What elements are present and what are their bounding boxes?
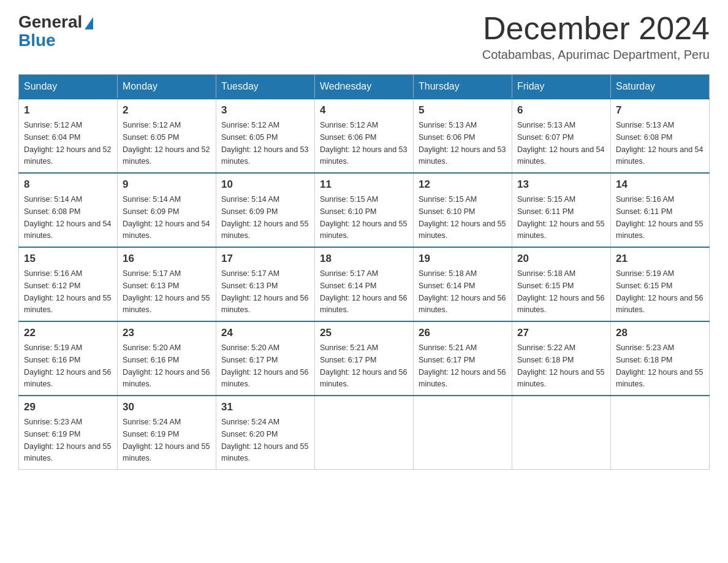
day-info: Sunrise: 5:21 AMSunset: 6:17 PMDaylight:… [320, 343, 407, 388]
day-number: 13 [517, 178, 605, 191]
calendar-cell: 16 Sunrise: 5:17 AMSunset: 6:13 PMDaylig… [118, 247, 216, 321]
day-info: Sunrise: 5:13 AMSunset: 6:08 PMDaylight:… [616, 121, 703, 166]
day-number: 28 [616, 327, 704, 339]
calendar-cell: 22 Sunrise: 5:19 AMSunset: 6:16 PMDaylig… [19, 321, 118, 396]
calendar-cell: 3 Sunrise: 5:12 AMSunset: 6:05 PMDayligh… [216, 99, 315, 173]
day-number: 26 [419, 327, 507, 339]
day-number: 3 [221, 104, 309, 117]
day-info: Sunrise: 5:22 AMSunset: 6:18 PMDaylight:… [517, 343, 604, 388]
calendar-cell: 6 Sunrise: 5:13 AMSunset: 6:07 PMDayligh… [512, 99, 611, 173]
calendar-cell: 9 Sunrise: 5:14 AMSunset: 6:09 PMDayligh… [118, 173, 216, 247]
logo-blue-text: Blue [18, 31, 56, 50]
day-number: 8 [24, 178, 112, 191]
month-title: December 2024 [482, 12, 710, 44]
calendar-cell: 10 Sunrise: 5:14 AMSunset: 6:09 PMDaylig… [216, 173, 315, 247]
week-row-4: 22 Sunrise: 5:19 AMSunset: 6:16 PMDaylig… [19, 321, 710, 396]
calendar-cell: 13 Sunrise: 5:15 AMSunset: 6:11 PMDaylig… [512, 173, 611, 247]
day-number: 15 [24, 253, 112, 265]
day-number: 5 [419, 104, 507, 117]
calendar-cell: 4 Sunrise: 5:12 AMSunset: 6:06 PMDayligh… [315, 99, 414, 173]
day-info: Sunrise: 5:23 AMSunset: 6:18 PMDaylight:… [616, 343, 703, 388]
day-info: Sunrise: 5:20 AMSunset: 6:17 PMDaylight:… [221, 343, 308, 388]
logo: General Blue [18, 12, 93, 50]
day-number: 17 [221, 253, 309, 265]
day-number: 11 [320, 178, 408, 191]
day-info: Sunrise: 5:20 AMSunset: 6:16 PMDaylight:… [123, 343, 210, 388]
day-info: Sunrise: 5:23 AMSunset: 6:19 PMDaylight:… [24, 418, 111, 462]
calendar-cell [315, 396, 414, 470]
day-info: Sunrise: 5:19 AMSunset: 6:16 PMDaylight:… [24, 343, 111, 388]
calendar-cell: 1 Sunrise: 5:12 AMSunset: 6:04 PMDayligh… [19, 99, 118, 173]
day-info: Sunrise: 5:12 AMSunset: 6:05 PMDaylight:… [221, 121, 308, 166]
calendar-cell: 11 Sunrise: 5:15 AMSunset: 6:10 PMDaylig… [315, 173, 414, 247]
calendar-cell: 18 Sunrise: 5:17 AMSunset: 6:14 PMDaylig… [315, 247, 414, 321]
calendar-cell: 15 Sunrise: 5:16 AMSunset: 6:12 PMDaylig… [19, 247, 118, 321]
weekday-header-thursday: Thursday [414, 75, 512, 99]
day-number: 21 [616, 253, 704, 265]
day-number: 14 [616, 178, 704, 191]
day-info: Sunrise: 5:21 AMSunset: 6:17 PMDaylight:… [419, 343, 506, 388]
day-info: Sunrise: 5:13 AMSunset: 6:07 PMDaylight:… [517, 121, 604, 166]
calendar-cell [611, 396, 710, 470]
day-number: 6 [517, 104, 605, 117]
calendar-cell: 31 Sunrise: 5:24 AMSunset: 6:20 PMDaylig… [216, 396, 315, 470]
weekday-header-row: SundayMondayTuesdayWednesdayThursdayFrid… [19, 75, 710, 99]
day-info: Sunrise: 5:24 AMSunset: 6:19 PMDaylight:… [123, 418, 210, 462]
calendar-cell: 8 Sunrise: 5:14 AMSunset: 6:08 PMDayligh… [19, 173, 118, 247]
day-number: 16 [123, 253, 211, 265]
calendar-cell: 19 Sunrise: 5:18 AMSunset: 6:14 PMDaylig… [414, 247, 512, 321]
calendar-cell: 5 Sunrise: 5:13 AMSunset: 6:06 PMDayligh… [414, 99, 512, 173]
day-info: Sunrise: 5:19 AMSunset: 6:15 PMDaylight:… [616, 269, 703, 314]
day-info: Sunrise: 5:15 AMSunset: 6:11 PMDaylight:… [517, 195, 604, 240]
calendar-cell: 23 Sunrise: 5:20 AMSunset: 6:16 PMDaylig… [118, 321, 216, 396]
weekday-header-friday: Friday [512, 75, 611, 99]
calendar-cell: 27 Sunrise: 5:22 AMSunset: 6:18 PMDaylig… [512, 321, 611, 396]
calendar-cell [512, 396, 611, 470]
day-info: Sunrise: 5:15 AMSunset: 6:10 PMDaylight:… [320, 195, 407, 240]
day-info: Sunrise: 5:12 AMSunset: 6:05 PMDaylight:… [123, 121, 210, 166]
week-row-1: 1 Sunrise: 5:12 AMSunset: 6:04 PMDayligh… [19, 99, 710, 173]
day-info: Sunrise: 5:16 AMSunset: 6:11 PMDaylight:… [616, 195, 703, 240]
day-info: Sunrise: 5:12 AMSunset: 6:06 PMDaylight:… [320, 121, 407, 166]
week-row-5: 29 Sunrise: 5:23 AMSunset: 6:19 PMDaylig… [19, 396, 710, 470]
day-number: 20 [517, 253, 605, 265]
day-info: Sunrise: 5:13 AMSunset: 6:06 PMDaylight:… [419, 121, 506, 166]
calendar-cell: 14 Sunrise: 5:16 AMSunset: 6:11 PMDaylig… [611, 173, 710, 247]
day-number: 29 [24, 401, 112, 413]
calendar-table: SundayMondayTuesdayWednesdayThursdayFrid… [18, 74, 710, 470]
day-number: 9 [123, 178, 211, 191]
calendar-cell: 12 Sunrise: 5:15 AMSunset: 6:10 PMDaylig… [414, 173, 512, 247]
day-info: Sunrise: 5:17 AMSunset: 6:13 PMDaylight:… [123, 269, 210, 314]
weekday-header-monday: Monday [118, 75, 216, 99]
day-number: 30 [123, 401, 211, 413]
calendar-cell: 21 Sunrise: 5:19 AMSunset: 6:15 PMDaylig… [611, 247, 710, 321]
calendar-cell: 7 Sunrise: 5:13 AMSunset: 6:08 PMDayligh… [611, 99, 710, 173]
day-number: 27 [517, 327, 605, 339]
day-number: 23 [123, 327, 211, 339]
calendar-cell: 25 Sunrise: 5:21 AMSunset: 6:17 PMDaylig… [315, 321, 414, 396]
calendar-cell: 30 Sunrise: 5:24 AMSunset: 6:19 PMDaylig… [118, 396, 216, 470]
day-number: 25 [320, 327, 408, 339]
day-info: Sunrise: 5:14 AMSunset: 6:09 PMDaylight:… [221, 195, 308, 240]
day-info: Sunrise: 5:24 AMSunset: 6:20 PMDaylight:… [221, 418, 308, 462]
calendar-cell: 28 Sunrise: 5:23 AMSunset: 6:18 PMDaylig… [611, 321, 710, 396]
calendar-cell: 26 Sunrise: 5:21 AMSunset: 6:17 PMDaylig… [414, 321, 512, 396]
calendar-cell: 2 Sunrise: 5:12 AMSunset: 6:05 PMDayligh… [118, 99, 216, 173]
day-number: 2 [123, 104, 211, 117]
day-number: 22 [24, 327, 112, 339]
day-number: 12 [419, 178, 507, 191]
day-info: Sunrise: 5:18 AMSunset: 6:14 PMDaylight:… [419, 269, 506, 314]
day-info: Sunrise: 5:18 AMSunset: 6:15 PMDaylight:… [517, 269, 604, 314]
calendar-cell: 24 Sunrise: 5:20 AMSunset: 6:17 PMDaylig… [216, 321, 315, 396]
day-info: Sunrise: 5:16 AMSunset: 6:12 PMDaylight:… [24, 269, 111, 314]
day-number: 10 [221, 178, 309, 191]
day-info: Sunrise: 5:14 AMSunset: 6:08 PMDaylight:… [24, 195, 111, 240]
day-number: 1 [24, 104, 112, 117]
day-info: Sunrise: 5:14 AMSunset: 6:09 PMDaylight:… [123, 195, 210, 240]
calendar-cell: 17 Sunrise: 5:17 AMSunset: 6:13 PMDaylig… [216, 247, 315, 321]
weekday-header-saturday: Saturday [611, 75, 710, 99]
day-info: Sunrise: 5:15 AMSunset: 6:10 PMDaylight:… [419, 195, 506, 240]
location-subtitle: Cotabambas, Apurimac Department, Peru [482, 48, 710, 62]
calendar-cell: 20 Sunrise: 5:18 AMSunset: 6:15 PMDaylig… [512, 247, 611, 321]
weekday-header-sunday: Sunday [19, 75, 118, 99]
